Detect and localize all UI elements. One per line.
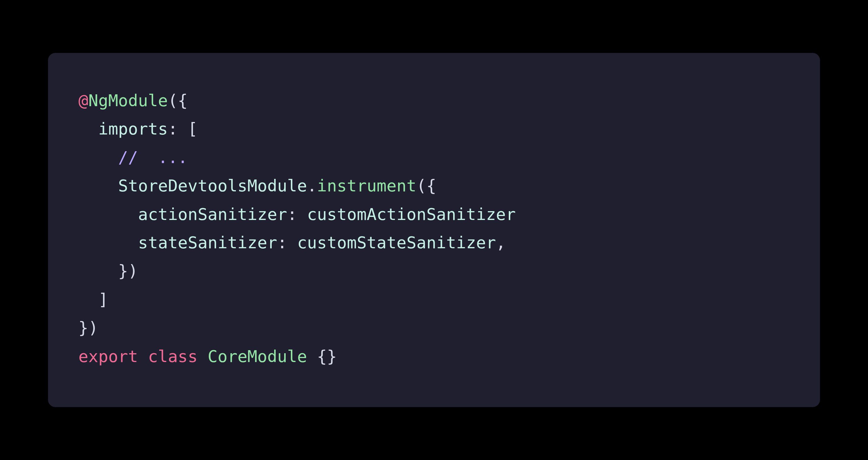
class-name: StoreDevtoolsModule: [118, 176, 307, 195]
decorator-name: NgModule: [88, 91, 168, 110]
comment: // ...: [118, 148, 188, 167]
empty-braces: {}: [317, 347, 337, 366]
at-symbol: @: [79, 91, 88, 110]
punct-close: }): [79, 318, 98, 337]
indent: [79, 290, 98, 309]
code-panel: @NgModule({ imports: [ // ... StoreDevto…: [48, 53, 820, 407]
bracket-close: ]: [98, 290, 108, 309]
indent: [79, 119, 98, 138]
punct-open: ({: [416, 176, 436, 195]
punct-open: ({: [168, 91, 188, 110]
method-name: instrument: [317, 176, 416, 195]
indent: [79, 148, 118, 167]
indent: [79, 205, 138, 224]
punct-close: }): [118, 261, 138, 281]
value-state-sanitizer: customStateSanitizer: [297, 233, 496, 252]
keyword-export: export: [79, 347, 138, 366]
space: [198, 347, 208, 366]
indent: [79, 176, 118, 195]
dot: .: [307, 176, 317, 195]
space: [138, 347, 148, 366]
colon: :: [277, 233, 297, 252]
keyword-class: class: [148, 347, 198, 366]
space: [307, 347, 317, 366]
comma: ,: [496, 233, 506, 252]
code-block: @NgModule({ imports: [ // ... StoreDevto…: [79, 86, 789, 371]
colon: :: [287, 205, 307, 224]
value-action-sanitizer: customActionSanitizer: [307, 205, 516, 224]
indent: [79, 261, 118, 281]
prop-imports: imports: [98, 119, 168, 138]
prop-state-sanitizer: stateSanitizer: [138, 233, 277, 252]
indent: [79, 233, 138, 252]
prop-action-sanitizer: actionSanitizer: [138, 205, 287, 224]
class-core-module: CoreModule: [208, 347, 307, 366]
colon-bracket: : [: [168, 119, 197, 138]
